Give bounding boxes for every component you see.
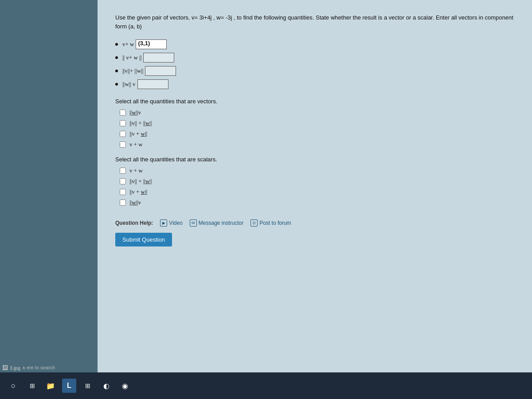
bullet-dot [115,43,118,46]
bullet-item-vw: v+ w (3,1) [115,39,514,49]
file-info: 🖼 3.jpg ∧ [2,364,25,371]
scalar-option-label-4: ||w||v [129,199,141,206]
taskbar-search-circle[interactable]: ○ [6,379,20,393]
vector-option-2: ||v|| + ||w|| [120,120,514,127]
message-label: Message instructor [199,220,243,226]
question-instruction: Use the given pair of vectors, v= 3i+4j … [115,13,514,31]
scalar-checkbox-1[interactable] [120,168,126,174]
bullet-item-norm-wv: ||w|| v [115,79,514,89]
vector-option-label-3: ||v + w|| [129,130,147,137]
quantities-section: v+ w (3,1) || v+ w || ||v||+ ||w|| ||w||… [115,39,514,89]
post-to-forum-link[interactable]: D Post to forum [250,219,291,227]
bullet-dot [115,83,118,86]
scalar-checkbox-4[interactable] [120,200,126,206]
submit-button[interactable]: Submit Question [115,233,172,246]
scalar-option-label-3: ||v + w|| [129,188,147,196]
bullet-dot [115,70,118,72]
scalar-option-label-1: v + w [129,167,143,174]
vectors-checkbox-group: ||w||v ||v|| + ||w|| ||v + w|| v + w [120,109,514,148]
scalars-checkbox-group: v + w ||v|| + ||w|| ||v + w|| ||w||v [120,167,514,206]
video-icon: ▶ [160,219,167,227]
taskbar: ○ ⊞ 📁 L ⊞ ◐ ◉ [0,372,532,399]
main-content: Use the given pair of vectors, v= 3i+4j … [98,0,532,372]
message-instructor-link[interactable]: ✉ Message instructor [190,219,243,227]
vector-checkbox-4[interactable] [120,141,126,148]
forum-icon: D [250,219,258,227]
scalars-section-label: Select all the quantities that are scala… [115,156,514,163]
answer-box-norm-sum[interactable] [143,53,174,63]
vectors-section-label: Select all the quantities that are vecto… [115,98,514,105]
bullet-label-norm-wv: ||w|| v [122,81,136,88]
scalar-option-4: ||w||v [120,199,514,206]
scalar-checkbox-2[interactable] [120,178,126,184]
vector-option-label-4: v + w [129,141,143,148]
bullet-label-norm-sum: || v+ w || [122,54,141,61]
question-help: Question Help: ▶ Video ✉ Message instruc… [115,219,514,227]
sidebar [0,0,98,372]
vector-checkbox-2[interactable] [120,120,126,126]
scalar-option-3: ||v + w|| [120,188,514,196]
vector-checkbox-1[interactable] [120,110,126,116]
bullet-dot [115,56,118,59]
answer-box-norm-wv[interactable] [137,79,168,89]
scalar-option-label-2: ||v|| + ||w|| [129,178,152,185]
vector-option-1: ||w||v [120,109,514,116]
bullet-item-norm-sum: || v+ w || [115,53,514,63]
vector-checkbox-3[interactable] [120,131,126,137]
taskbar-app-l[interactable]: L [62,379,76,393]
taskbar-start-button[interactable]: ⊞ [25,379,39,393]
search-hint: ere to search [27,365,55,370]
vector-option-label-1: ||w||v [129,109,141,116]
help-label: Question Help: [115,220,153,226]
file-icon: 🖼 [2,364,8,371]
file-name: 3.jpg [10,365,20,371]
taskbar-file-explorer[interactable]: 📁 [43,379,58,393]
bullet-label-vw: v+ w [122,41,134,48]
taskbar-apps-icon[interactable]: ⊞ [81,379,95,393]
message-icon: ✉ [190,219,197,227]
forum-label: Post to forum [259,220,291,226]
answer-box-vw[interactable]: (3,1) [136,39,167,49]
scalar-option-2: ||v|| + ||w|| [120,178,514,185]
scalar-checkbox-3[interactable] [120,189,126,195]
video-label: Video [169,220,182,226]
scalar-option-1: v + w [120,167,514,174]
video-link[interactable]: ▶ Video [160,219,182,227]
answer-box-norm-prod[interactable] [145,66,176,76]
vector-option-3: ||v + w|| [120,130,514,137]
vector-option-4: v + w [120,141,514,148]
caret-icon: ∧ [22,365,25,370]
bullet-item-norm-prod: ||v||+ ||w|| [115,66,514,76]
taskbar-app-extra[interactable]: ◉ [118,379,132,393]
taskbar-browser[interactable]: ◐ [99,379,113,393]
vector-option-label-2: ||v|| + ||w|| [129,120,152,127]
bullet-label-norm-prod: ||v||+ ||w|| [122,67,143,74]
